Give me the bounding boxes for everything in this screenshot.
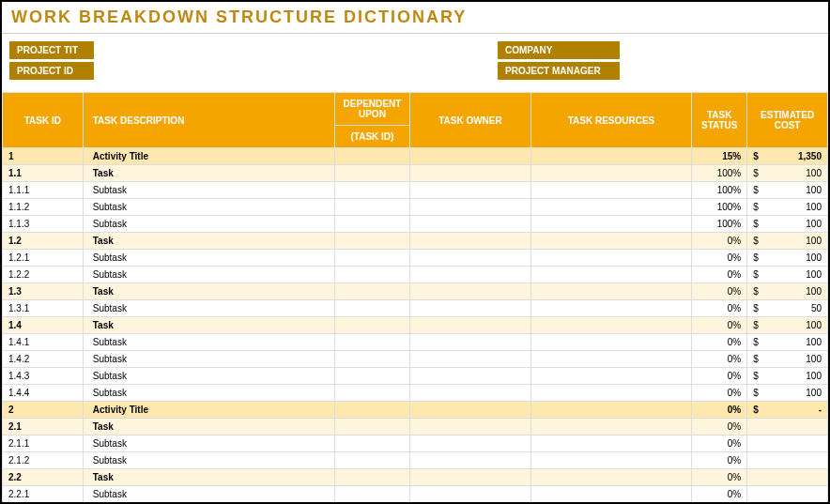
cell-estimated-cost[interactable]: $100: [747, 385, 828, 402]
cell-task-description[interactable]: Subtask: [83, 385, 334, 402]
cell-task-resources[interactable]: [530, 317, 692, 334]
cell-task-description[interactable]: Subtask: [83, 486, 334, 503]
cell-task-owner[interactable]: [410, 402, 531, 419]
cell-task-id[interactable]: 2.1.2: [3, 452, 84, 469]
cell-task-description[interactable]: Subtask: [83, 351, 334, 368]
cell-task-id[interactable]: 1.2: [3, 233, 84, 250]
cell-task-owner[interactable]: [410, 216, 531, 233]
cell-task-owner[interactable]: [410, 385, 531, 402]
cell-dependent-upon[interactable]: [334, 300, 409, 317]
cell-task-resources[interactable]: [530, 148, 692, 165]
cell-task-resources[interactable]: [530, 469, 692, 486]
cell-task-description[interactable]: Subtask: [83, 199, 334, 216]
cell-dependent-upon[interactable]: [334, 334, 409, 351]
cell-dependent-upon[interactable]: [334, 385, 409, 402]
cell-dependent-upon[interactable]: [334, 233, 409, 250]
cell-task-owner[interactable]: [410, 469, 531, 486]
cell-dependent-upon[interactable]: [334, 267, 409, 283]
cell-estimated-cost[interactable]: $100: [747, 250, 828, 267]
cell-task-description[interactable]: Task: [83, 317, 334, 334]
cell-task-id[interactable]: 1.1: [3, 165, 84, 182]
table-row[interactable]: 2Activity Title0%$-: [3, 402, 828, 419]
cell-task-owner[interactable]: [410, 368, 531, 385]
cell-estimated-cost[interactable]: [747, 435, 828, 452]
cell-task-status[interactable]: 0%: [692, 385, 747, 402]
cell-task-id[interactable]: 1.4: [3, 317, 84, 334]
cell-task-owner[interactable]: [410, 199, 531, 216]
cell-task-id[interactable]: 1.1.1: [3, 182, 84, 199]
cell-estimated-cost[interactable]: $100: [747, 165, 828, 182]
cell-task-status[interactable]: 0%: [692, 334, 747, 351]
cell-task-status[interactable]: 0%: [692, 233, 747, 250]
cell-task-status[interactable]: 0%: [692, 283, 747, 300]
cell-task-status[interactable]: 0%: [692, 435, 747, 452]
cell-task-status[interactable]: 0%: [692, 300, 747, 317]
cell-dependent-upon[interactable]: [334, 435, 409, 452]
cell-dependent-upon[interactable]: [334, 351, 409, 368]
cell-task-description[interactable]: Task: [83, 283, 334, 300]
cell-estimated-cost[interactable]: [747, 486, 828, 503]
cell-task-status[interactable]: 0%: [692, 486, 747, 503]
cell-task-resources[interactable]: [530, 250, 692, 267]
cell-dependent-upon[interactable]: [334, 486, 409, 503]
cell-task-status[interactable]: 15%: [692, 148, 747, 165]
cell-task-resources[interactable]: [530, 351, 692, 368]
table-row[interactable]: 1.1.2Subtask100%$100: [3, 199, 828, 216]
table-row[interactable]: 1.1.1Subtask100%$100: [3, 182, 828, 199]
cell-task-owner[interactable]: [410, 283, 531, 300]
cell-task-owner[interactable]: [410, 351, 531, 368]
cell-task-status[interactable]: 100%: [692, 216, 747, 233]
cell-task-description[interactable]: Subtask: [83, 267, 334, 283]
cell-task-id[interactable]: 2.2.1: [3, 486, 84, 503]
table-row[interactable]: 2.2Task0%: [3, 469, 828, 486]
cell-task-id[interactable]: 1.2.2: [3, 267, 84, 283]
cell-task-owner[interactable]: [410, 250, 531, 267]
cell-task-status[interactable]: 0%: [692, 368, 747, 385]
cell-task-status[interactable]: 0%: [692, 469, 747, 486]
table-row[interactable]: 2.1.2Subtask0%: [3, 452, 828, 469]
cell-task-owner[interactable]: [410, 486, 531, 503]
table-row[interactable]: 1.4Task0%$100: [3, 317, 828, 334]
cell-task-owner[interactable]: [410, 233, 531, 250]
cell-estimated-cost[interactable]: $100: [747, 317, 828, 334]
cell-task-resources[interactable]: [530, 435, 692, 452]
cell-task-id[interactable]: 1.2.1: [3, 250, 84, 267]
cell-task-owner[interactable]: [410, 148, 531, 165]
cell-dependent-upon[interactable]: [334, 368, 409, 385]
project-id-value[interactable]: [94, 62, 498, 80]
cell-task-status[interactable]: 0%: [692, 351, 747, 368]
cell-task-description[interactable]: Subtask: [83, 435, 334, 452]
cell-task-status[interactable]: 0%: [692, 452, 747, 469]
cell-task-id[interactable]: 2.1.1: [3, 435, 84, 452]
cell-task-id[interactable]: 1: [3, 148, 84, 165]
table-row[interactable]: 1Activity Title15%$1,350: [3, 148, 828, 165]
cell-dependent-upon[interactable]: [334, 402, 409, 419]
cell-task-id[interactable]: 2.2: [3, 469, 84, 486]
cell-task-description[interactable]: Subtask: [83, 250, 334, 267]
cell-task-description[interactable]: Subtask: [83, 368, 334, 385]
cell-task-resources[interactable]: [530, 283, 692, 300]
cell-task-id[interactable]: 1.4.3: [3, 368, 84, 385]
cell-task-resources[interactable]: [530, 402, 692, 419]
cell-task-resources[interactable]: [530, 368, 692, 385]
cell-dependent-upon[interactable]: [334, 419, 409, 435]
table-row[interactable]: 2.2.1Subtask0%: [3, 486, 828, 503]
table-row[interactable]: 1.2Task0%$100: [3, 233, 828, 250]
cell-task-resources[interactable]: [530, 334, 692, 351]
cell-dependent-upon[interactable]: [334, 199, 409, 216]
cell-task-owner[interactable]: [410, 452, 531, 469]
cell-task-description[interactable]: Subtask: [83, 216, 334, 233]
table-row[interactable]: 1.4.2Subtask0%$100: [3, 351, 828, 368]
cell-task-resources[interactable]: [530, 385, 692, 402]
cell-task-id[interactable]: 1.4.2: [3, 351, 84, 368]
cell-estimated-cost[interactable]: [747, 469, 828, 486]
cell-dependent-upon[interactable]: [334, 182, 409, 199]
cell-task-status[interactable]: 0%: [692, 267, 747, 283]
cell-task-description[interactable]: Task: [83, 165, 334, 182]
table-row[interactable]: 1.2.2Subtask0%$100: [3, 267, 828, 283]
cell-estimated-cost[interactable]: $50: [747, 300, 828, 317]
cell-task-id[interactable]: 1.3.1: [3, 300, 84, 317]
table-row[interactable]: 1.1Task100%$100: [3, 165, 828, 182]
cell-estimated-cost[interactable]: $100: [747, 216, 828, 233]
cell-task-resources[interactable]: [530, 419, 692, 435]
